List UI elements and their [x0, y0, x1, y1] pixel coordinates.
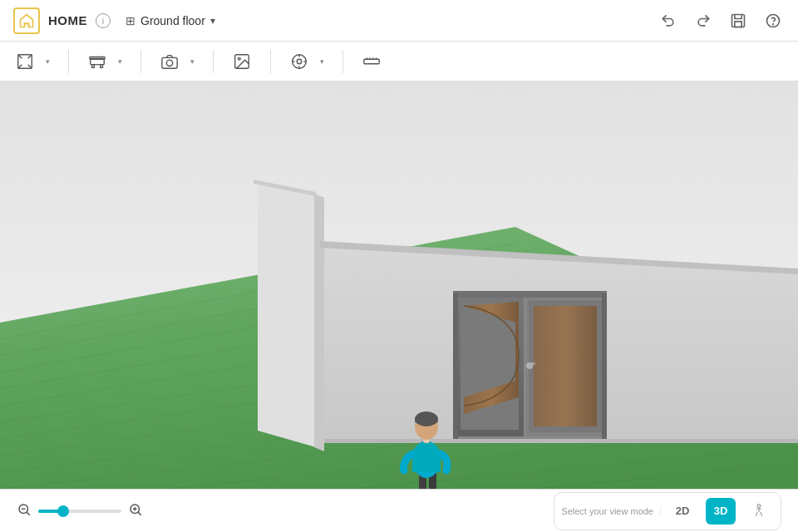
- zoom-slider-thumb[interactable]: [57, 505, 69, 517]
- floor-tool-group: ▾: [12, 48, 53, 75]
- undo-button[interactable]: [657, 9, 680, 32]
- svg-point-13: [166, 60, 172, 66]
- view-doll-button[interactable]: [744, 496, 774, 526]
- view-2d-button[interactable]: 2D: [667, 498, 697, 525]
- floor-tool-chevron[interactable]: ▾: [42, 56, 53, 67]
- svg-rect-57: [453, 291, 607, 298]
- toolbar-divider-4: [270, 50, 271, 73]
- camera-tool-group: ▾: [156, 48, 198, 75]
- zoom-controls: [17, 502, 143, 520]
- header-right: [657, 9, 785, 32]
- main-3d-view[interactable]: [0, 81, 798, 532]
- toolbar-divider-5: [342, 50, 343, 73]
- zoom-slider[interactable]: [38, 510, 121, 513]
- toolbar-divider-1: [68, 50, 69, 73]
- svg-rect-22: [364, 59, 379, 64]
- header: HOME i ⊞ Ground floor ▾: [0, 0, 798, 42]
- layers-icon: ⊞: [126, 14, 135, 27]
- svg-point-79: [757, 504, 761, 507]
- camera-tool-button[interactable]: [156, 48, 183, 75]
- select-tool-chevron[interactable]: ▾: [316, 56, 328, 67]
- view-mode-title: Select your view mode: [561, 506, 661, 516]
- select-tool-button[interactable]: [286, 48, 313, 75]
- toolbar-divider-3: [213, 50, 214, 73]
- svg-line-78: [138, 512, 140, 515]
- select-tool-group: ▾: [286, 48, 328, 75]
- svg-marker-60: [324, 439, 798, 443]
- svg-rect-12: [162, 57, 177, 68]
- floor-tool-button[interactable]: [12, 48, 38, 75]
- svg-point-56: [526, 362, 533, 369]
- help-button[interactable]: [761, 9, 785, 32]
- scene-svg: [0, 81, 798, 532]
- svg-rect-54: [534, 306, 597, 426]
- home-logo: [13, 7, 40, 34]
- svg-rect-59: [602, 293, 607, 439]
- svg-line-74: [27, 512, 29, 515]
- measure-tool-button[interactable]: [358, 48, 385, 75]
- app-title: HOME: [48, 13, 87, 27]
- furniture-tool-button[interactable]: [84, 48, 111, 75]
- camera-tool-chevron[interactable]: ▾: [186, 56, 198, 67]
- chevron-down-icon: ▾: [210, 15, 215, 27]
- zoom-out-icon[interactable]: [17, 502, 32, 520]
- info-icon[interactable]: i: [96, 13, 111, 28]
- svg-point-15: [238, 57, 240, 60]
- bottom-bar: Select your view mode 2D 3D: [0, 489, 798, 532]
- svg-marker-44: [258, 181, 316, 447]
- floor-label: Ground floor: [140, 14, 205, 27]
- svg-rect-10: [101, 64, 103, 67]
- floor-selector[interactable]: ⊞ Ground floor ▾: [119, 11, 222, 31]
- furniture-tool-group: ▾: [84, 48, 126, 75]
- svg-rect-58: [453, 293, 458, 439]
- toolbar: ▾ ▾ ▾: [0, 42, 798, 81]
- image-tool-button[interactable]: [229, 48, 255, 75]
- furniture-tool-chevron[interactable]: ▾: [114, 56, 126, 67]
- svg-rect-9: [92, 64, 95, 67]
- svg-point-2: [773, 23, 774, 24]
- svg-marker-46: [314, 194, 324, 451]
- save-button[interactable]: [727, 9, 750, 32]
- header-left: HOME i ⊞ Ground floor ▾: [13, 7, 222, 34]
- zoom-in-icon[interactable]: [128, 502, 143, 520]
- view-3d-button[interactable]: 3D: [706, 498, 736, 525]
- redo-button[interactable]: [692, 9, 715, 32]
- toolbar-divider-2: [140, 50, 141, 73]
- svg-point-17: [297, 59, 302, 64]
